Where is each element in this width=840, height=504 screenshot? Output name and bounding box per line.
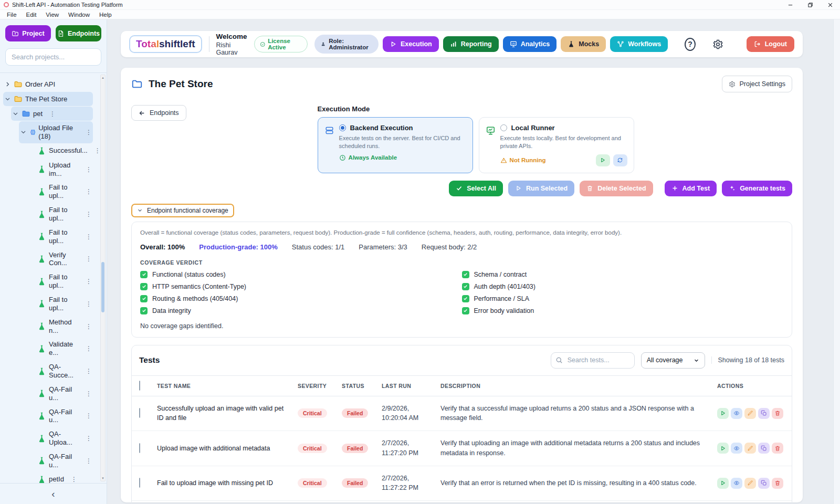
run-test-button[interactable] [717, 443, 729, 454]
minimize-button[interactable] [780, 0, 800, 9]
kebab-menu-icon[interactable]: ⋮ [86, 301, 92, 307]
kebab-menu-icon[interactable]: ⋮ [86, 413, 92, 419]
tree-item-fail-to-upl[interactable]: Fail to upl...⋮ [27, 181, 93, 203]
kebab-menu-icon[interactable]: ⋮ [86, 234, 92, 240]
tree-item-successful[interactable]: Successful...⋮ [27, 144, 93, 158]
edit-test-button[interactable] [744, 443, 756, 454]
delete-selected-button[interactable]: Delete Selected [580, 181, 653, 196]
help-button[interactable]: ? [685, 38, 695, 51]
settings-gear-button[interactable] [712, 39, 723, 50]
select-all-button[interactable]: Select All [449, 181, 503, 196]
tree-item-upload-file-18[interactable]: ⟨|⟩Upload File (18)⋮ [19, 121, 93, 143]
generate-tests-button[interactable]: Generate tests [722, 181, 792, 196]
kebab-menu-icon[interactable]: ⋮ [86, 435, 92, 442]
kebab-menu-icon[interactable]: ⋮ [86, 278, 92, 285]
local-runner-radio[interactable] [500, 124, 507, 131]
kebab-menu-icon[interactable]: ⋮ [86, 211, 92, 217]
duplicate-test-button[interactable] [758, 408, 770, 419]
refresh-runner-button[interactable] [613, 154, 627, 166]
coverage-filter-select[interactable]: All coverage [641, 352, 705, 369]
tree-item-qa-succe[interactable]: QA-Succe...⋮ [27, 360, 93, 382]
kebab-menu-icon[interactable]: ⋮ [86, 368, 92, 374]
delete-test-button[interactable] [772, 408, 783, 419]
page-scrollbar[interactable] [833, 19, 840, 504]
local-runner-card[interactable]: Local Runner Execute tests locally. Best… [479, 117, 634, 173]
row-checkbox[interactable] [139, 478, 140, 488]
tree-scrollbar[interactable]: ▲ ▼ [100, 75, 106, 481]
tree-item-fail-to-upl[interactable]: Fail to upl...⋮ [27, 270, 93, 292]
view-test-button[interactable] [731, 443, 742, 454]
search-tests-input[interactable] [551, 352, 635, 369]
kebab-menu-icon[interactable]: ⋮ [86, 188, 92, 195]
menu-view[interactable]: View [41, 11, 64, 18]
tree-item-upload-im[interactable]: Upload im...⋮ [27, 159, 93, 181]
view-test-button[interactable] [731, 478, 742, 489]
tree-item-qa-fail-u[interactable]: QA-Fail u...⋮ [27, 383, 93, 405]
kebab-menu-icon[interactable]: ⋮ [86, 458, 92, 464]
tree-item-qa-fail-u[interactable]: QA-Fail u...⋮ [27, 450, 93, 472]
tree-item-method-n[interactable]: Method n...⋮ [27, 316, 93, 338]
delete-test-button[interactable] [772, 443, 783, 454]
coverage-toggle[interactable]: Endpoint functional coverage [131, 204, 234, 217]
row-checkbox[interactable] [139, 408, 140, 418]
backend-execution-card[interactable]: Backend Execution Execute tests on the s… [318, 117, 473, 173]
menu-window[interactable]: Window [64, 11, 94, 18]
role-label: Role: Administrator [329, 38, 372, 50]
kebab-menu-icon[interactable]: ⋮ [86, 129, 92, 135]
tree-item-petid[interactable]: petId⋮ [27, 472, 93, 483]
kebab-menu-icon[interactable]: ⋮ [86, 323, 92, 330]
project-settings-button[interactable]: Project Settings [722, 76, 792, 92]
duplicate-test-button[interactable] [758, 443, 770, 454]
scroll-down-arrow[interactable]: ▼ [101, 476, 105, 481]
select-all-checkbox[interactable] [139, 381, 140, 391]
back-to-endpoints-button[interactable]: Endpoints [131, 105, 186, 121]
endpoints-label: Endpoints [68, 30, 100, 37]
tree-item-pet[interactable]: pet⋮ [11, 107, 93, 121]
row-checkbox[interactable] [139, 443, 140, 453]
kebab-menu-icon[interactable]: ⋮ [71, 476, 77, 482]
sidebar-collapse-button[interactable]: ‹ [0, 483, 107, 504]
kebab-menu-icon[interactable]: ⋮ [86, 166, 92, 173]
new-project-button[interactable]: Project [5, 25, 51, 41]
tree-item-the-pet-store[interactable]: The Pet Store [3, 92, 93, 106]
logout-button[interactable]: Logout [747, 36, 794, 52]
tree-item-verify-con[interactable]: Verify Con...⋮ [27, 248, 93, 270]
menu-file[interactable]: File [2, 11, 22, 18]
nav-mocks-button[interactable]: Mocks [561, 36, 606, 52]
nav-reporting-button[interactable]: Reporting [443, 36, 499, 52]
edit-test-button[interactable] [744, 478, 756, 489]
add-test-button[interactable]: Add Test [665, 181, 717, 196]
delete-test-button[interactable] [772, 478, 783, 489]
tree-item-qa-uploa[interactable]: QA-Uploa...⋮ [27, 427, 93, 449]
search-projects-input[interactable] [5, 48, 101, 66]
run-test-button[interactable] [717, 408, 729, 419]
duplicate-test-button[interactable] [758, 478, 770, 489]
view-test-button[interactable] [731, 408, 742, 419]
kebab-menu-icon[interactable]: ⋮ [94, 148, 101, 154]
tree-item-fail-to-upl[interactable]: Fail to upl...⋮ [27, 203, 93, 225]
scroll-up-arrow[interactable]: ▲ [101, 75, 105, 80]
menu-help[interactable]: Help [94, 11, 117, 18]
menu-edit[interactable]: Edit [22, 11, 41, 18]
tree-item-qa-fail-u[interactable]: QA-Fail u...⋮ [27, 405, 93, 427]
tree-item-validate-e[interactable]: Validate e...⋮ [27, 338, 93, 360]
start-runner-button[interactable] [596, 154, 610, 166]
kebab-menu-icon[interactable]: ⋮ [86, 256, 92, 262]
kebab-menu-icon[interactable]: ⋮ [49, 111, 56, 117]
endpoints-button[interactable]: Endpoints [56, 25, 101, 41]
nav-analytics-button[interactable]: Analytics [503, 36, 557, 52]
tree-item-fail-to-upl[interactable]: Fail to upl...⋮ [27, 226, 93, 248]
run-test-button[interactable] [717, 478, 729, 489]
close-button[interactable] [820, 0, 840, 9]
tree-item-fail-to-upl[interactable]: Fail to upl...⋮ [27, 293, 93, 315]
nav-execution-button[interactable]: Execution [383, 36, 439, 52]
tree-scrollbar-thumb[interactable] [101, 262, 104, 312]
edit-test-button[interactable] [744, 408, 756, 419]
nav-workflows-button[interactable]: Workflows [610, 36, 668, 52]
restore-button[interactable] [800, 0, 820, 9]
tree-item-order-api[interactable]: Order API [3, 77, 93, 91]
backend-execution-radio[interactable] [339, 124, 346, 131]
kebab-menu-icon[interactable]: ⋮ [86, 345, 92, 352]
kebab-menu-icon[interactable]: ⋮ [86, 391, 92, 397]
run-selected-button[interactable]: Run Selected [508, 181, 574, 196]
